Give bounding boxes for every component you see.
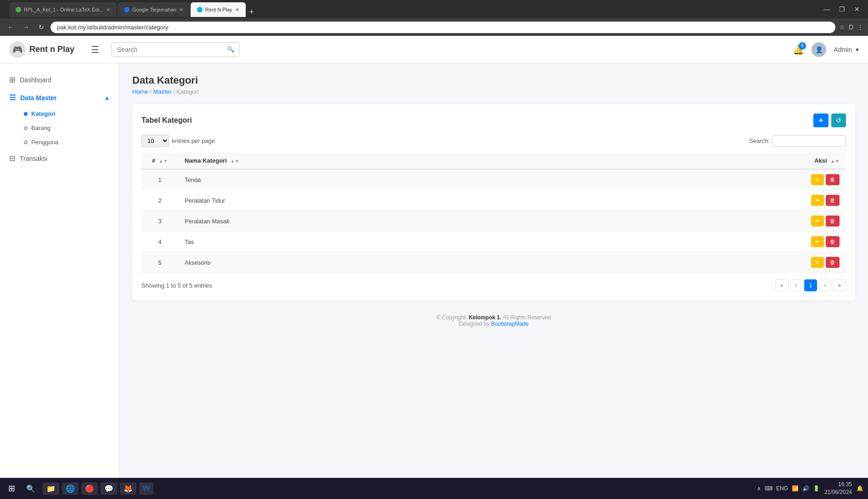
search-button[interactable]: 🔍 [222,43,239,56]
taskbar-item-whatsapp[interactable]: 💬 [101,482,117,495]
delete-button-2[interactable]: 🗑 [826,195,840,206]
cell-no: 2 [141,190,178,211]
active-dot-icon [24,112,28,116]
entries-select[interactable]: 10 25 50 100 [141,135,169,147]
browser-tab-2[interactable]: Google Terjemahan ✕ [118,2,190,17]
page-1-button[interactable]: 1 [804,279,817,291]
sidebar-item-kategori[interactable]: Kategori [15,107,119,121]
tab-close-1[interactable]: ✕ [106,7,110,13]
taskbar: ⊞ 🔍 📁 🌐 🔴 💬 🦊 W ∧ ⌨ ENG 📶 🔊 🔋 16:35 21/0… [0,478,868,499]
sidebar-item-dashboard[interactable]: ⊞ Dashboard [0,71,119,89]
lang-label: ENG [776,485,788,492]
restore-button[interactable]: ❐ [835,4,849,15]
edit-button-3[interactable]: ✏ [811,215,824,227]
sidebar-sub-label-pengguna: Pengguna [31,139,58,146]
sidebar-item-label-data-master: Data Master [20,94,56,102]
browser-tab-1[interactable]: RPL_A_Kel_1 - Online LaTeX Edi... ✕ [9,2,117,17]
page-first-button[interactable]: « [775,279,789,291]
empty-dot-icon-2 [24,141,28,144]
data-master-icon: ☰ [9,93,16,102]
taskbar-item-files[interactable]: 📁 [43,482,59,495]
page-footer: © Copyright: Kelompok 1. All Rights Rese… [132,314,855,327]
wifi-icon: 📶 [792,485,799,492]
delete-button-1[interactable]: 🗑 [826,174,840,185]
cell-nama: Peralatan Masak [178,211,592,232]
page-title: Data Kategori [132,74,855,86]
search-input[interactable] [112,43,222,57]
page-prev-button[interactable]: ‹ [790,279,802,291]
sort-icon-nama: ▲▼ [230,159,239,164]
entries-control: 10 25 50 100 entries per page [141,135,215,147]
breadcrumb-master[interactable]: Master [153,88,172,95]
sidebar-item-barang[interactable]: Barang [15,121,119,135]
edit-button-2[interactable]: ✏ [811,195,824,206]
user-button[interactable]: Admin ▾ [834,46,859,53]
start-button[interactable]: ⊞ [5,482,19,495]
close-button[interactable]: ✕ [851,4,863,15]
main-layout: ⊞ Dashboard ☰ Data Master ▲ Kategori Bar… [0,63,868,478]
forward-button[interactable]: → [20,22,32,33]
refresh-button[interactable]: ↺ [831,113,846,127]
bookmark-icon[interactable]: ☆ [839,23,845,31]
delete-button-5[interactable]: 🗑 [826,257,840,268]
header-buttons: + ↺ [813,113,846,127]
cell-aksi: ✏🗑 [592,232,846,252]
footer-designed-by: Designed by [459,321,491,327]
notification-center-icon[interactable]: 🔔 [857,485,863,492]
table-search-input[interactable] [772,135,846,147]
page-last-button[interactable]: » [833,279,846,291]
show-hidden-icon[interactable]: ∧ [757,485,761,492]
taskbar-items: 📁 🌐 🔴 💬 🦊 W [43,482,153,495]
taskbar-item-word[interactable]: W [139,482,153,495]
taskbar-time: 16:35 21/06/2024 [824,481,852,496]
search-box: 🔍 [111,42,240,57]
profile-icon[interactable]: D [849,23,853,31]
delete-button-3[interactable]: 🗑 [826,215,840,227]
page-next-button[interactable]: › [819,279,831,291]
time-display: 16:35 [824,481,852,488]
sidebar-submenu: Kategori Barang Pengguna [0,107,119,149]
menu-icon[interactable]: ⋮ [857,23,863,31]
table-card: Tabel Kategori + ↺ 10 25 50 100 [132,104,855,301]
reload-button[interactable]: ↻ [36,22,47,33]
taskbar-item-opera[interactable]: 🔴 [81,482,98,495]
notification-button[interactable]: 🔔 8 [793,44,804,55]
taskbar-item-firefox[interactable]: 🦊 [120,482,136,495]
new-tab-button[interactable]: + [247,7,257,17]
table-row: 2Peralatan Tidur✏🗑 [141,190,846,211]
taskbar-search-button[interactable]: 🔍 [23,482,39,495]
hamburger-button[interactable]: ☰ [91,44,99,55]
sidebar-item-pengguna[interactable]: Pengguna [15,135,119,149]
add-button[interactable]: + [813,113,829,127]
sort-icon-no: ▲▼ [159,159,168,164]
tab-close-2[interactable]: ✕ [179,7,183,13]
notification-badge: 8 [799,42,806,50]
sort-icon-aksi: ▲▼ [830,159,840,164]
edit-button-5[interactable]: ✏ [811,257,824,268]
pagination: « ‹ 1 › » [775,279,846,291]
tab-close-3[interactable]: ✕ [235,7,239,13]
delete-button-4[interactable]: 🗑 [826,236,840,247]
cell-no: 5 [141,252,178,273]
taskbar-sys: ∧ ⌨ ENG 📶 🔊 🔋 [757,485,820,492]
col-header-nama: Nama Kategori ▲▼ [178,153,592,169]
edit-button-4[interactable]: ✏ [811,236,824,247]
app-wrapper: 🎮 Rent n Play ☰ 🔍 🔔 8 👤 Admin ▾ [0,36,868,478]
cell-aksi: ✏🗑 [592,169,846,190]
col-header-aksi: Aksi ▲▼ [592,153,846,169]
sidebar-item-data-master[interactable]: ☰ Data Master ▲ [0,89,119,107]
table-row: 4Tas✏🗑 [141,232,846,252]
sidebar-sub-label-kategori: Kategori [31,110,56,117]
address-input[interactable] [51,22,835,33]
footer-copyright: © Copyright: [436,314,468,321]
breadcrumb-home[interactable]: Home [132,88,148,95]
minimize-button[interactable]: — [820,4,834,15]
empty-dot-icon [24,126,28,130]
back-button[interactable]: ← [5,22,17,33]
footer-link[interactable]: BootstrapMade [491,321,528,327]
browser-tab-3[interactable]: Rent N Play ✕ [191,2,246,17]
sidebar-item-transaksi[interactable]: ⊟ Transaksi [0,149,119,167]
edit-button-1[interactable]: ✏ [811,174,824,185]
taskbar-item-chrome[interactable]: 🌐 [62,482,79,495]
dashboard-icon: ⊞ [9,75,15,84]
